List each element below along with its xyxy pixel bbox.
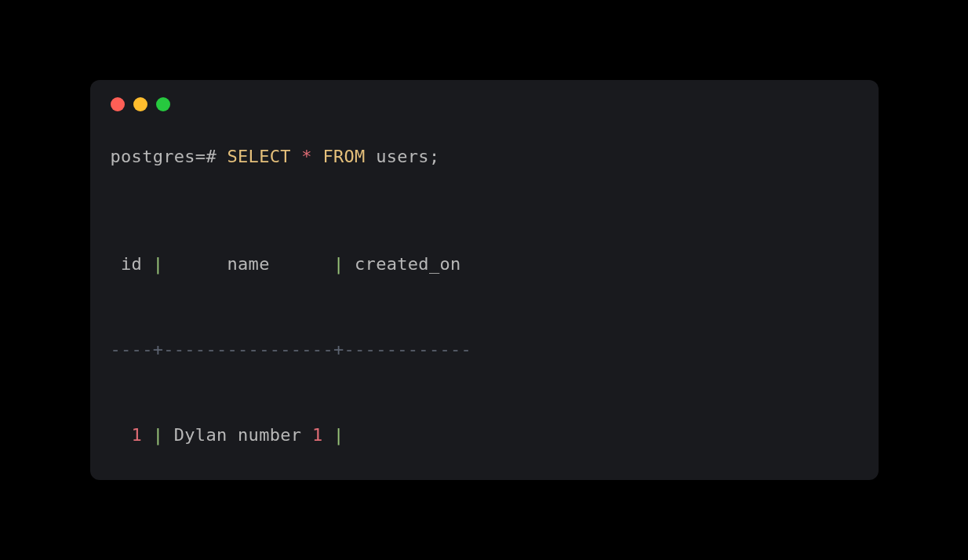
terminal-window: postgres=# SELECT * FROM users; id | nam… <box>90 80 879 480</box>
cell-id: 1 <box>132 425 143 445</box>
col-header-created-on: created_on <box>344 254 472 274</box>
cell-name-prefix: Dylan number <box>174 425 312 445</box>
sql-from: FROM <box>322 147 365 166</box>
pipe-icon: | <box>153 425 164 445</box>
minimize-icon[interactable] <box>133 97 147 111</box>
col-header-id: id <box>111 254 153 274</box>
cell-name-num: 1 <box>312 425 323 445</box>
sql-select: SELECT <box>227 147 291 166</box>
col-header-name: name <box>163 254 333 274</box>
pipe-icon: | <box>333 254 344 274</box>
sql-star: * <box>301 147 312 166</box>
prompt-text: postgres=# <box>111 147 227 166</box>
terminal-content[interactable]: postgres=# SELECT * FROM users; id | nam… <box>90 111 879 480</box>
table-row: 1 | Dylan number 1 | <box>111 421 858 449</box>
sql-table-name: users; <box>376 147 439 166</box>
maximize-icon[interactable] <box>156 97 170 111</box>
table-header-row: id | name | created_on <box>111 250 858 278</box>
pipe-icon: | <box>153 254 164 274</box>
close-icon[interactable] <box>111 97 125 111</box>
prompt-line: postgres=# SELECT * FROM users; <box>111 143 858 171</box>
pipe-icon: | <box>333 425 344 445</box>
query-result: id | name | created_on ----+------------… <box>111 193 858 480</box>
table-divider: ----+----------------+------------ <box>111 336 858 364</box>
window-controls <box>90 80 879 111</box>
